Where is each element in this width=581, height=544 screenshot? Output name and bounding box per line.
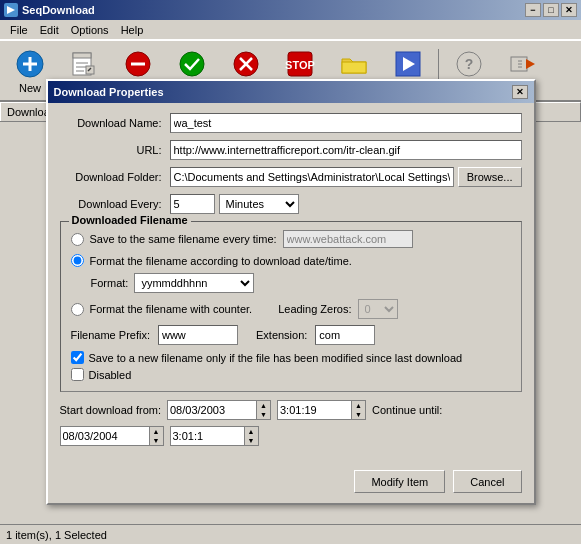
radio-date-format[interactable] (71, 254, 84, 267)
folder-row: Download Folder: Browse... (60, 167, 522, 187)
check2-row: Disabled (71, 368, 511, 381)
download-name-label: Download Name: (60, 117, 170, 129)
download-every-label: Download Every: (60, 198, 170, 210)
radio-same-filename[interactable] (71, 233, 84, 246)
datetime-row: Start download from: ▲ ▼ ▲ ▼ Continue un… (60, 400, 522, 446)
disabled-check[interactable] (71, 368, 84, 381)
continue-label: Continue until: (372, 404, 442, 416)
download-properties-dialog: Download Properties ✕ Download Name: URL… (46, 79, 536, 505)
radio-counter[interactable] (71, 303, 84, 316)
download-every-unit-select[interactable]: Minutes Seconds Hours Days (219, 194, 299, 214)
group-title: Downloaded Filename (69, 214, 191, 226)
ext-input[interactable] (315, 325, 375, 345)
modal-overlay: Download Properties ✕ Download Name: URL… (0, 0, 581, 544)
downloaded-filename-group: Downloaded Filename Save to the same fil… (60, 221, 522, 392)
folder-input[interactable] (170, 167, 454, 187)
prefix-input[interactable] (158, 325, 238, 345)
format-label: Format: (91, 277, 129, 289)
end-time-spin[interactable]: ▲ ▼ (245, 426, 259, 446)
end-date-combo: ▲ ▼ (60, 426, 164, 446)
modify-item-button[interactable]: Modify Item (354, 470, 445, 493)
radio3-label: Format the filename with counter. (90, 303, 253, 315)
url-input[interactable] (170, 140, 522, 160)
dialog-title-text: Download Properties (54, 86, 164, 98)
url-row: URL: (60, 140, 522, 160)
start-date-spin[interactable]: ▲ ▼ (257, 400, 271, 420)
ext-label: Extension: (256, 329, 307, 341)
download-name-input[interactable] (170, 113, 522, 133)
radio3-row: Format the filename with counter. Leadin… (71, 299, 511, 319)
leading-zeros-select[interactable]: 0 (358, 299, 398, 319)
download-name-row: Download Name: (60, 113, 522, 133)
radio2-label: Format the filename according to downloa… (90, 255, 352, 267)
prefix-label: Filename Prefix: (71, 329, 150, 341)
check1-label: Save to a new filename only if the file … (89, 352, 463, 364)
radio1-row: Save to the same filename every time: (71, 230, 511, 248)
dialog-buttons: Modify Item Cancel (48, 464, 534, 503)
download-every-input[interactable] (170, 194, 215, 214)
end-time-combo: ▲ ▼ (170, 426, 259, 446)
end-date-input[interactable] (60, 426, 150, 446)
url-label: URL: (60, 144, 170, 156)
prefix-ext-row: Filename Prefix: Extension: (71, 325, 511, 345)
start-time-spin[interactable]: ▲ ▼ (352, 400, 366, 420)
radio1-label: Save to the same filename every time: (90, 233, 277, 245)
start-date-input[interactable] (167, 400, 257, 420)
dialog-title-bar: Download Properties ✕ (48, 81, 534, 103)
format-select[interactable]: yymmddhhnn yyyymmddhhnn (134, 273, 254, 293)
start-time-input[interactable] (277, 400, 352, 420)
end-time-input[interactable] (170, 426, 245, 446)
cancel-button[interactable]: Cancel (453, 470, 521, 493)
check1-row: Save to a new filename only if the file … (71, 351, 511, 364)
dialog-close-button[interactable]: ✕ (512, 85, 528, 99)
start-label: Start download from: (60, 404, 162, 416)
browse-button[interactable]: Browse... (458, 167, 522, 187)
check2-label: Disabled (89, 369, 132, 381)
modified-check[interactable] (71, 351, 84, 364)
format-row: Format: yymmddhhnn yyyymmddhhnn (91, 273, 511, 293)
leading-zeros-label: Leading Zeros: (278, 303, 351, 315)
start-time-combo: ▲ ▼ (277, 400, 366, 420)
start-date-combo: ▲ ▼ (167, 400, 271, 420)
download-every-row: Download Every: Minutes Seconds Hours Da… (60, 194, 522, 214)
folder-label: Download Folder: (60, 171, 170, 183)
end-date-spin[interactable]: ▲ ▼ (150, 426, 164, 446)
radio2-row: Format the filename according to downloa… (71, 254, 511, 267)
same-filename-input[interactable] (283, 230, 413, 248)
dialog-body: Download Name: URL: Download Folder: Bro… (48, 103, 534, 464)
